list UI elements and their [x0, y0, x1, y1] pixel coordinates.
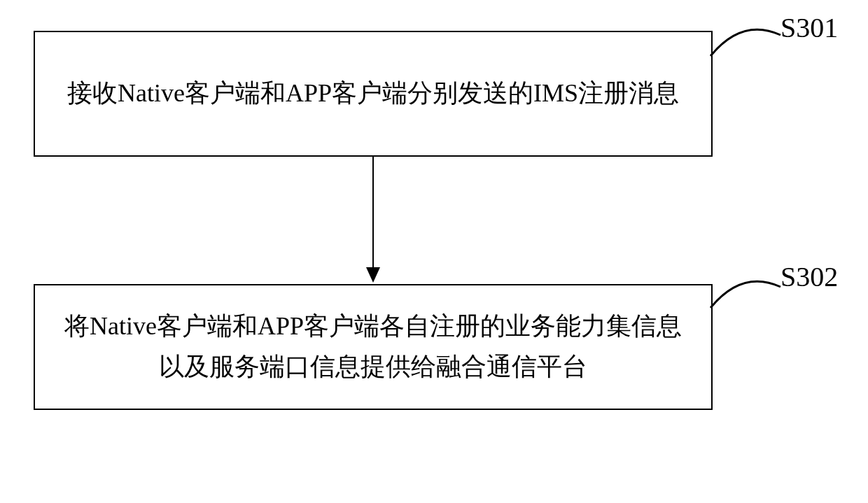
step-1-text: 接收Native客户端和APP客户端分别发送的IMS注册消息 — [67, 73, 679, 114]
connector-curve-1 — [707, 14, 784, 63]
flowchart-container: 接收Native客户端和APP客户端分别发送的IMS注册消息 S301 将Nat… — [0, 0, 868, 503]
step-box-1: 接收Native客户端和APP客户端分别发送的IMS注册消息 — [34, 31, 713, 157]
step-label-1: S301 — [780, 11, 838, 44]
step-label-2: S302 — [780, 260, 838, 293]
connector-curve-2 — [707, 266, 784, 315]
arrow-line — [372, 157, 374, 269]
step-box-2: 将Native客户端和APP客户端各自注册的业务能力集信息以及服务端口信息提供给… — [34, 284, 713, 410]
arrow-connector — [371, 157, 375, 284]
arrow-head-icon — [366, 267, 380, 283]
step-2-text: 将Native客户端和APP客户端各自注册的业务能力集信息以及服务端口信息提供给… — [56, 306, 690, 387]
